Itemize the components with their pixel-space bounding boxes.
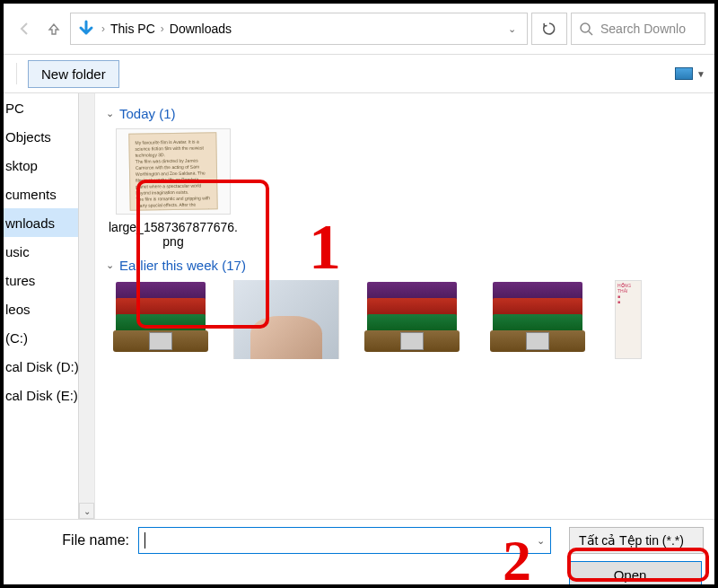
file-thumbnail	[108, 280, 214, 359]
search-icon	[579, 22, 593, 36]
sidebar: PC Objectssktopcumentswnloadsusicturesle…	[4, 93, 95, 519]
search-input[interactable]: Search Downlo	[571, 13, 705, 45]
sidebar-item[interactable]: wnloads	[4, 208, 79, 237]
sidebar-item[interactable]: leos	[4, 294, 79, 323]
path-segment-downloads[interactable]: Downloads	[170, 22, 232, 36]
path-segment-this-pc[interactable]: This PC	[110, 22, 155, 36]
file-item[interactable]	[359, 280, 465, 359]
search-placeholder: Search Downlo	[600, 22, 686, 36]
file-thumbnail	[485, 280, 591, 359]
file-thumbnail	[359, 280, 465, 359]
sidebar-scrollbar[interactable]: ⌄	[78, 93, 94, 519]
sidebar-item[interactable]: sktop	[4, 151, 79, 180]
sidebar-item[interactable]: cal Disk (E:)	[4, 381, 79, 409]
file-thumbnail: My favourite film is Avatar. It is a sci…	[116, 128, 231, 215]
svg-point-0	[581, 23, 590, 32]
file-thumbnail	[233, 280, 339, 359]
scroll-down-icon[interactable]: ⌄	[79, 503, 94, 519]
chevron-down-icon[interactable]: ▼	[696, 69, 705, 79]
refresh-button[interactable]	[531, 13, 567, 45]
sidebar-item[interactable]: (C:)	[4, 323, 79, 352]
file-item[interactable]: HỒNG THÁI■■	[610, 280, 646, 359]
svg-line-1	[589, 31, 592, 35]
filename-label: File name:	[13, 532, 129, 549]
sidebar-item[interactable]: tures	[4, 266, 79, 294]
file-item[interactable]	[233, 280, 339, 359]
sidebar-item[interactable]: cuments	[4, 180, 79, 208]
chevron-down-icon: ⌄	[106, 259, 114, 271]
file-thumbnail: HỒNG THÁI■■	[575, 280, 681, 359]
group-earlier-label: Earlier this week (17)	[119, 258, 246, 273]
sidebar-item[interactable]: Objects	[4, 122, 79, 151]
group-today-header[interactable]: ⌄ Today (1)	[106, 106, 707, 121]
chevron-down-icon: ⌄	[106, 108, 114, 119]
group-today-label: Today (1)	[119, 106, 176, 121]
filetype-dropdown[interactable]: Tất cả Tệp tin (*.*)	[569, 527, 704, 554]
down-arrow-icon	[76, 19, 96, 39]
chevron-down-icon[interactable]: ⌄	[537, 535, 545, 547]
address-path[interactable]: › This PC › Downloads ⌄	[70, 13, 528, 45]
chevron-right-icon: ›	[161, 22, 164, 35]
file-item-large-png[interactable]: My favourite film is Avatar. It is a sci…	[108, 128, 239, 249]
nav-back-icon[interactable]	[13, 16, 38, 41]
group-earlier-header[interactable]: ⌄ Earlier this week (17)	[106, 258, 707, 273]
file-label: large_1587367877676.png	[108, 220, 239, 249]
chevron-right-icon: ›	[101, 22, 105, 35]
new-folder-button[interactable]: New folder	[28, 60, 119, 88]
file-item[interactable]	[485, 280, 591, 359]
sidebar-item[interactable]: PC	[4, 93, 79, 122]
sidebar-item[interactable]: cal Disk (D:)	[4, 352, 79, 381]
file-content-area: ⌄ Today (1) My favourite film is Avatar.…	[95, 93, 714, 519]
filename-input[interactable]: ⌄	[138, 527, 551, 554]
sidebar-item[interactable]: usic	[4, 237, 79, 266]
view-mode-icon[interactable]	[675, 67, 693, 80]
file-item[interactable]	[108, 280, 214, 359]
chevron-down-icon[interactable]: ⌄	[503, 23, 521, 35]
open-button[interactable]: Open	[569, 561, 702, 588]
nav-up-icon[interactable]	[41, 16, 66, 41]
